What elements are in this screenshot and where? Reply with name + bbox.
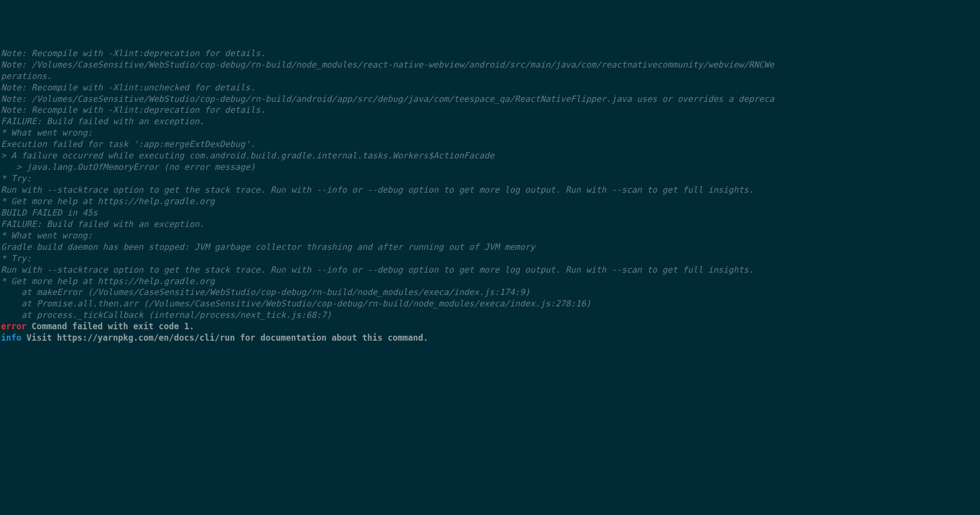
output-line: Note: /Volumes/CaseSensitive/WebStudio/c… bbox=[1, 93, 979, 105]
output-line: at process._tickCallback (internal/proce… bbox=[1, 309, 979, 321]
output-line: > java.lang.OutOfMemoryError (no error m… bbox=[1, 161, 979, 173]
output-line: at makeError (/Volumes/CaseSensitive/Web… bbox=[1, 287, 979, 298]
info-message: Visit bbox=[21, 333, 57, 343]
output-line: Gradle build daemon has been stopped: JV… bbox=[1, 241, 979, 253]
error-line: error Command failed with exit code 1. bbox=[1, 321, 979, 332]
error-message: Command failed with exit code 1. bbox=[26, 321, 194, 331]
info-prefix: info bbox=[1, 333, 21, 343]
output-line: Execution failed for task ':app:mergeExt… bbox=[1, 139, 979, 150]
output-line: Note: Recompile with -Xlint:unchecked fo… bbox=[1, 82, 979, 93]
info-url: https://yarnpkg.com/en/docs/cli/run bbox=[57, 333, 235, 343]
output-line: FAILURE: Build failed with an exception. bbox=[1, 219, 979, 230]
output-line: Run with --stacktrace option to get the … bbox=[1, 184, 979, 196]
output-line: at Promise.all.then.arr (/Volumes/CaseSe… bbox=[1, 298, 979, 309]
output-line: Note: Recompile with -Xlint:deprecation … bbox=[1, 48, 979, 59]
output-line: Note: /Volumes/CaseSensitive/WebStudio/c… bbox=[1, 59, 979, 71]
output-line: FAILURE: Build failed with an exception. bbox=[1, 116, 979, 127]
output-line: > A failure occurred while executing com… bbox=[1, 150, 979, 161]
output-line: * Try: bbox=[1, 253, 979, 264]
output-line: perations. bbox=[1, 71, 979, 82]
output-line: * What went wrong: bbox=[1, 127, 979, 139]
info-line: info Visit https://yarnpkg.com/en/docs/c… bbox=[1, 332, 979, 344]
output-line: * Get more help at https://help.gradle.o… bbox=[1, 196, 979, 207]
output-line: BUILD FAILED in 45s bbox=[1, 207, 979, 219]
error-prefix: error bbox=[1, 321, 26, 331]
info-message: for documentation about this command. bbox=[235, 333, 428, 343]
output-line: * Get more help at https://help.gradle.o… bbox=[1, 276, 979, 287]
output-line: Note: Recompile with -Xlint:deprecation … bbox=[1, 104, 979, 116]
output-line: * What went wrong: bbox=[1, 230, 979, 241]
output-line: * Try: bbox=[1, 173, 979, 184]
output-line: Run with --stacktrace option to get the … bbox=[1, 264, 979, 276]
terminal-output[interactable]: Note: Recompile with -Xlint:deprecation … bbox=[1, 48, 979, 344]
